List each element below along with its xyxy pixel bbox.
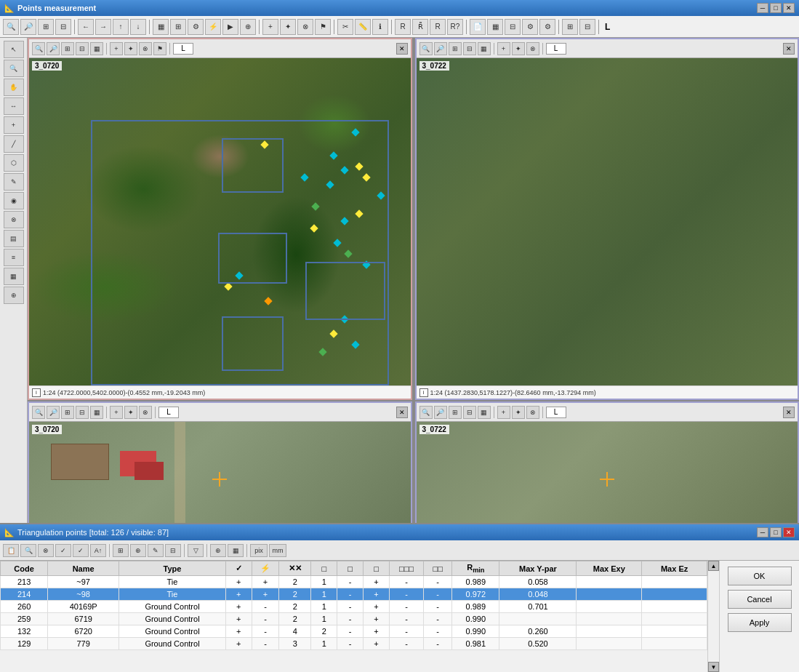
add-point-btn[interactable]: + (262, 19, 278, 35)
pan-right-btn[interactable]: → (95, 19, 111, 35)
zoom-prev-btn[interactable]: ⊟ (55, 19, 71, 35)
r-btn[interactable]: R (395, 19, 411, 35)
add-point-panel-tl[interactable]: + (110, 42, 123, 55)
tri-tb-2[interactable]: 🔍 (20, 544, 36, 557)
pan-down-btn[interactable]: ↓ (130, 19, 146, 35)
pan-up-btn[interactable]: ↑ (113, 19, 129, 35)
tri-maximize-btn[interactable]: □ (770, 527, 782, 537)
panel-tl-label-input[interactable] (173, 43, 193, 55)
table-btn[interactable]: ▦ (487, 19, 503, 35)
r4-btn[interactable]: R? (447, 19, 463, 35)
info-btn[interactable]: ℹ (372, 19, 388, 35)
zoom-fit-panel-bl[interactable]: ⊞ (61, 406, 74, 419)
grid2-btn[interactable]: ⊞ (170, 19, 186, 35)
table-row[interactable]: 129779Ground Control+-31-+--0.9810.520 (1, 638, 707, 650)
settings2-btn[interactable]: ⚙ (539, 19, 555, 35)
table-row[interactable]: 214~98Tie++21-+--0.9720.048 (1, 588, 707, 601)
add-point-panel-tr[interactable]: + (497, 42, 510, 55)
del-point-panel-tr[interactable]: ⊗ (526, 42, 539, 55)
del-point-panel-br[interactable]: ⊗ (526, 406, 539, 419)
add-point-panel-bl[interactable]: + (110, 406, 123, 419)
panel-bl-label-input[interactable] (158, 407, 179, 418)
move-point-panel-br[interactable]: ✦ (512, 406, 525, 419)
table2-btn[interactable]: ⊟ (505, 19, 521, 35)
settings-btn[interactable]: ⚙ (522, 19, 538, 35)
tri-tb-8[interactable]: ⊕ (130, 544, 146, 557)
side-btn-line[interactable]: ╱ (4, 135, 24, 153)
tri-tb-10[interactable]: ⊟ (165, 544, 181, 557)
tri-tb-12[interactable]: ▦ (228, 544, 244, 557)
tri-tb-6[interactable]: A↑ (90, 544, 106, 557)
ok-button[interactable]: OK (728, 567, 792, 585)
tool6-btn[interactable]: ⊕ (240, 19, 256, 35)
disp-btn[interactable]: ⊞ (562, 19, 578, 35)
panel-tl-image[interactable]: 3_0720 (29, 58, 411, 385)
tool4-btn[interactable]: ⚡ (205, 19, 221, 35)
side-btn-point[interactable]: + (4, 116, 24, 134)
snap-panel-bl[interactable]: ▦ (90, 406, 103, 419)
zoom-fit-panel-tr[interactable]: ⊞ (449, 42, 462, 55)
tri-tb-3[interactable]: ⊗ (38, 544, 54, 557)
panel-tr-label-input[interactable] (546, 43, 566, 55)
side-btn-measure[interactable]: ↔ (4, 97, 24, 115)
side-btn-poly[interactable]: ⬡ (4, 154, 24, 172)
apply-button[interactable]: Apply (728, 613, 792, 632)
pan-left-btn[interactable]: ← (78, 19, 94, 35)
zoom-in-panel-tl[interactable]: 🔍 (32, 42, 45, 55)
close-panel-br[interactable]: ✕ (783, 407, 795, 418)
tool5-btn[interactable]: ▶ (222, 19, 238, 35)
r2-btn[interactable]: R̃ (412, 19, 428, 35)
side-btn-snap[interactable]: ⊕ (4, 287, 24, 304)
move-point-panel-tl[interactable]: ✦ (124, 42, 137, 55)
zoom-out-panel-tl[interactable]: 🔎 (47, 42, 60, 55)
scroll-up-btn[interactable]: ▲ (708, 561, 719, 571)
side-btn-select[interactable]: ↖ (4, 41, 24, 58)
grid-btn[interactable]: ▦ (153, 19, 169, 35)
tri-tb-1[interactable]: 📋 (3, 544, 19, 557)
scroll-down-btn[interactable]: ▼ (708, 662, 719, 672)
panel-br-label-input[interactable] (546, 407, 566, 418)
zoom-in-panel-bl[interactable]: 🔍 (32, 406, 45, 419)
zoom-fit-panel-tl[interactable]: ⊞ (61, 42, 74, 55)
table-wrapper[interactable]: Code Name Type ✓ ⚡ ✕✕ □ □ □ □□□ □□ Rmin (0, 561, 707, 672)
panel-br-image[interactable]: 3_0722 (417, 422, 798, 536)
tri-tb-11[interactable]: ⊕ (210, 544, 226, 557)
flag-btn[interactable]: ⚑ (315, 19, 331, 35)
side-btn-layer[interactable]: ▤ (4, 230, 24, 247)
tri-tb-7[interactable]: ⊞ (113, 544, 129, 557)
del-point-btn[interactable]: ⊗ (297, 19, 313, 35)
zoom-out-btn[interactable]: 🔎 (20, 19, 36, 35)
side-btn-edit[interactable]: ✎ (4, 173, 24, 191)
move-point-panel-tr[interactable]: ✦ (512, 42, 525, 55)
zoom-box-panel-tl[interactable]: ⊟ (76, 42, 89, 55)
zoom-in-panel-br[interactable]: 🔍 (419, 406, 433, 419)
side-btn-node[interactable]: ◉ (4, 192, 24, 209)
tri-tb-9[interactable]: ✎ (148, 544, 164, 557)
measure-btn[interactable]: 📏 (355, 19, 371, 35)
tri-tb-mm[interactable]: mm (269, 544, 286, 557)
close-panel-bl[interactable]: ✕ (396, 407, 408, 418)
tri-tb-filter[interactable]: ▽ (188, 544, 204, 557)
scrollbar[interactable]: ▲ ▼ (707, 561, 719, 672)
close-panel-tl[interactable]: ✕ (396, 43, 408, 55)
flag-panel-tl[interactable]: ⚑ (153, 42, 166, 55)
zoom-box-panel-br[interactable]: ⊟ (463, 406, 476, 419)
side-btn-props[interactable]: ≡ (4, 249, 24, 266)
panel-tr-image[interactable]: 3_0722 (417, 58, 798, 385)
tri-tb-pix[interactable]: pix (250, 544, 268, 557)
snap-panel-tr[interactable]: ▦ (478, 42, 491, 55)
r3-btn[interactable]: R (430, 19, 446, 35)
table-row[interactable]: 213~97Tie++21-+--0.9890.058 (1, 576, 707, 588)
tool3-btn[interactable]: ⚙ (188, 19, 204, 35)
tri-tb-5[interactable]: ✓ (73, 544, 89, 557)
close-button[interactable]: ✕ (783, 3, 795, 13)
snap-panel-tl[interactable]: ▦ (90, 42, 103, 55)
zoom-out-panel-br[interactable]: 🔎 (434, 406, 447, 419)
table-row[interactable]: 26040169PGround Control+-21-+--0.9890.70… (1, 601, 707, 613)
side-btn-pan[interactable]: ✋ (4, 79, 24, 96)
minimize-button[interactable]: ─ (757, 3, 768, 13)
zoom-out-panel-tr[interactable]: 🔎 (434, 42, 447, 55)
disp2-btn[interactable]: ⊟ (579, 19, 595, 35)
side-btn-zoom[interactable]: 🔍 (4, 60, 24, 77)
zoom-in-btn[interactable]: 🔍 (3, 19, 19, 35)
